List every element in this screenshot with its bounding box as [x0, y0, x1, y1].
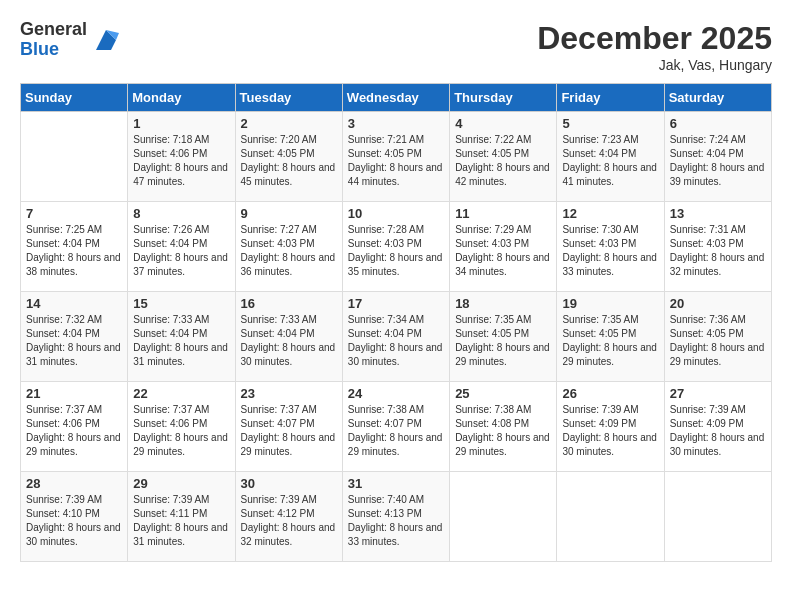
calendar-cell: 13Sunrise: 7:31 AMSunset: 4:03 PMDayligh… — [664, 202, 771, 292]
day-number: 2 — [241, 116, 337, 131]
calendar-cell: 2Sunrise: 7:20 AMSunset: 4:05 PMDaylight… — [235, 112, 342, 202]
day-number: 19 — [562, 296, 658, 311]
calendar-cell: 4Sunrise: 7:22 AMSunset: 4:05 PMDaylight… — [450, 112, 557, 202]
calendar-table: SundayMondayTuesdayWednesdayThursdayFrid… — [20, 83, 772, 562]
day-number: 21 — [26, 386, 122, 401]
day-number: 5 — [562, 116, 658, 131]
calendar-cell — [557, 472, 664, 562]
day-info: Sunrise: 7:29 AMSunset: 4:03 PMDaylight:… — [455, 223, 551, 279]
day-number: 12 — [562, 206, 658, 221]
day-number: 17 — [348, 296, 444, 311]
day-number: 24 — [348, 386, 444, 401]
day-number: 27 — [670, 386, 766, 401]
day-info: Sunrise: 7:37 AMSunset: 4:07 PMDaylight:… — [241, 403, 337, 459]
day-info: Sunrise: 7:21 AMSunset: 4:05 PMDaylight:… — [348, 133, 444, 189]
calendar-body: 1Sunrise: 7:18 AMSunset: 4:06 PMDaylight… — [21, 112, 772, 562]
calendar-cell: 5Sunrise: 7:23 AMSunset: 4:04 PMDaylight… — [557, 112, 664, 202]
calendar-cell: 21Sunrise: 7:37 AMSunset: 4:06 PMDayligh… — [21, 382, 128, 472]
calendar-cell: 28Sunrise: 7:39 AMSunset: 4:10 PMDayligh… — [21, 472, 128, 562]
calendar-week-3: 14Sunrise: 7:32 AMSunset: 4:04 PMDayligh… — [21, 292, 772, 382]
day-number: 9 — [241, 206, 337, 221]
day-number: 13 — [670, 206, 766, 221]
day-info: Sunrise: 7:39 AMSunset: 4:09 PMDaylight:… — [562, 403, 658, 459]
day-number: 6 — [670, 116, 766, 131]
logo: General Blue — [20, 20, 121, 60]
day-number: 30 — [241, 476, 337, 491]
calendar-cell: 22Sunrise: 7:37 AMSunset: 4:06 PMDayligh… — [128, 382, 235, 472]
day-info: Sunrise: 7:33 AMSunset: 4:04 PMDaylight:… — [241, 313, 337, 369]
calendar-cell: 9Sunrise: 7:27 AMSunset: 4:03 PMDaylight… — [235, 202, 342, 292]
day-info: Sunrise: 7:25 AMSunset: 4:04 PMDaylight:… — [26, 223, 122, 279]
calendar-cell — [664, 472, 771, 562]
day-number: 25 — [455, 386, 551, 401]
calendar-cell: 26Sunrise: 7:39 AMSunset: 4:09 PMDayligh… — [557, 382, 664, 472]
page-header: General Blue December 2025 Jak, Vas, Hun… — [20, 20, 772, 73]
weekday-header-tuesday: Tuesday — [235, 84, 342, 112]
day-info: Sunrise: 7:36 AMSunset: 4:05 PMDaylight:… — [670, 313, 766, 369]
calendar-cell: 18Sunrise: 7:35 AMSunset: 4:05 PMDayligh… — [450, 292, 557, 382]
weekday-header-thursday: Thursday — [450, 84, 557, 112]
day-info: Sunrise: 7:39 AMSunset: 4:11 PMDaylight:… — [133, 493, 229, 549]
calendar-cell: 16Sunrise: 7:33 AMSunset: 4:04 PMDayligh… — [235, 292, 342, 382]
day-info: Sunrise: 7:20 AMSunset: 4:05 PMDaylight:… — [241, 133, 337, 189]
calendar-cell: 10Sunrise: 7:28 AMSunset: 4:03 PMDayligh… — [342, 202, 449, 292]
day-info: Sunrise: 7:38 AMSunset: 4:08 PMDaylight:… — [455, 403, 551, 459]
day-number: 7 — [26, 206, 122, 221]
location-text: Jak, Vas, Hungary — [537, 57, 772, 73]
logo-blue-text: Blue — [20, 40, 87, 60]
calendar-cell: 15Sunrise: 7:33 AMSunset: 4:04 PMDayligh… — [128, 292, 235, 382]
logo-icon — [91, 25, 121, 55]
calendar-cell: 24Sunrise: 7:38 AMSunset: 4:07 PMDayligh… — [342, 382, 449, 472]
day-number: 14 — [26, 296, 122, 311]
day-number: 26 — [562, 386, 658, 401]
day-info: Sunrise: 7:39 AMSunset: 4:12 PMDaylight:… — [241, 493, 337, 549]
day-number: 8 — [133, 206, 229, 221]
day-info: Sunrise: 7:39 AMSunset: 4:10 PMDaylight:… — [26, 493, 122, 549]
calendar-cell: 25Sunrise: 7:38 AMSunset: 4:08 PMDayligh… — [450, 382, 557, 472]
logo-general-text: General — [20, 20, 87, 40]
calendar-cell: 8Sunrise: 7:26 AMSunset: 4:04 PMDaylight… — [128, 202, 235, 292]
day-info: Sunrise: 7:40 AMSunset: 4:13 PMDaylight:… — [348, 493, 444, 549]
day-number: 3 — [348, 116, 444, 131]
day-number: 29 — [133, 476, 229, 491]
calendar-week-5: 28Sunrise: 7:39 AMSunset: 4:10 PMDayligh… — [21, 472, 772, 562]
day-number: 28 — [26, 476, 122, 491]
day-info: Sunrise: 7:37 AMSunset: 4:06 PMDaylight:… — [26, 403, 122, 459]
day-info: Sunrise: 7:35 AMSunset: 4:05 PMDaylight:… — [562, 313, 658, 369]
day-number: 22 — [133, 386, 229, 401]
weekday-row: SundayMondayTuesdayWednesdayThursdayFrid… — [21, 84, 772, 112]
day-info: Sunrise: 7:28 AMSunset: 4:03 PMDaylight:… — [348, 223, 444, 279]
day-info: Sunrise: 7:34 AMSunset: 4:04 PMDaylight:… — [348, 313, 444, 369]
day-info: Sunrise: 7:23 AMSunset: 4:04 PMDaylight:… — [562, 133, 658, 189]
title-block: December 2025 Jak, Vas, Hungary — [537, 20, 772, 73]
day-info: Sunrise: 7:22 AMSunset: 4:05 PMDaylight:… — [455, 133, 551, 189]
calendar-cell: 31Sunrise: 7:40 AMSunset: 4:13 PMDayligh… — [342, 472, 449, 562]
calendar-cell: 23Sunrise: 7:37 AMSunset: 4:07 PMDayligh… — [235, 382, 342, 472]
day-number: 18 — [455, 296, 551, 311]
day-info: Sunrise: 7:24 AMSunset: 4:04 PMDaylight:… — [670, 133, 766, 189]
day-number: 1 — [133, 116, 229, 131]
day-info: Sunrise: 7:38 AMSunset: 4:07 PMDaylight:… — [348, 403, 444, 459]
weekday-header-wednesday: Wednesday — [342, 84, 449, 112]
day-number: 10 — [348, 206, 444, 221]
day-info: Sunrise: 7:35 AMSunset: 4:05 PMDaylight:… — [455, 313, 551, 369]
day-number: 11 — [455, 206, 551, 221]
calendar-cell: 1Sunrise: 7:18 AMSunset: 4:06 PMDaylight… — [128, 112, 235, 202]
calendar-cell: 3Sunrise: 7:21 AMSunset: 4:05 PMDaylight… — [342, 112, 449, 202]
calendar-cell: 19Sunrise: 7:35 AMSunset: 4:05 PMDayligh… — [557, 292, 664, 382]
day-number: 16 — [241, 296, 337, 311]
weekday-header-monday: Monday — [128, 84, 235, 112]
day-number: 4 — [455, 116, 551, 131]
weekday-header-friday: Friday — [557, 84, 664, 112]
day-info: Sunrise: 7:33 AMSunset: 4:04 PMDaylight:… — [133, 313, 229, 369]
day-info: Sunrise: 7:18 AMSunset: 4:06 PMDaylight:… — [133, 133, 229, 189]
day-number: 20 — [670, 296, 766, 311]
calendar-cell: 12Sunrise: 7:30 AMSunset: 4:03 PMDayligh… — [557, 202, 664, 292]
day-info: Sunrise: 7:39 AMSunset: 4:09 PMDaylight:… — [670, 403, 766, 459]
weekday-header-sunday: Sunday — [21, 84, 128, 112]
calendar-header: SundayMondayTuesdayWednesdayThursdayFrid… — [21, 84, 772, 112]
calendar-cell: 20Sunrise: 7:36 AMSunset: 4:05 PMDayligh… — [664, 292, 771, 382]
weekday-header-saturday: Saturday — [664, 84, 771, 112]
calendar-week-2: 7Sunrise: 7:25 AMSunset: 4:04 PMDaylight… — [21, 202, 772, 292]
calendar-week-4: 21Sunrise: 7:37 AMSunset: 4:06 PMDayligh… — [21, 382, 772, 472]
